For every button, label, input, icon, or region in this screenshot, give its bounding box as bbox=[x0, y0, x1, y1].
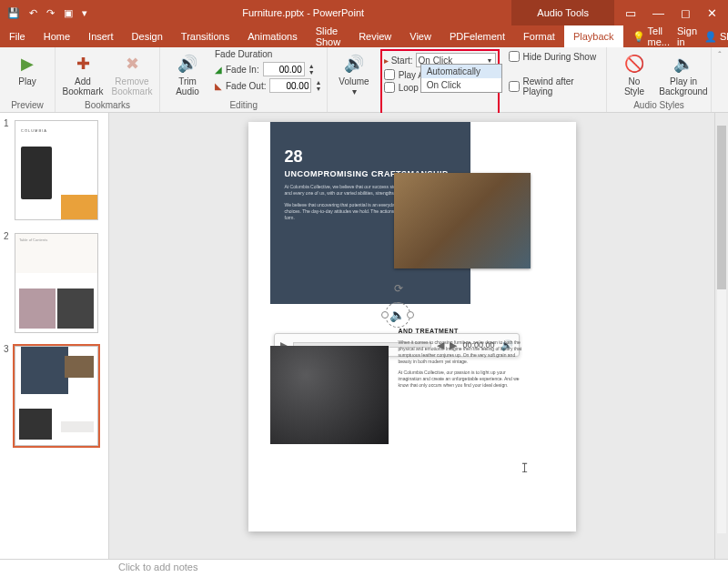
hide-label: Hide During Show bbox=[523, 52, 597, 62]
craftsmanship-image bbox=[394, 173, 531, 268]
bookmark-add-icon: ✚ bbox=[72, 53, 94, 75]
tell-me[interactable]: 💡 Tell me... bbox=[632, 25, 670, 47]
hide-during-show-checkbox[interactable] bbox=[509, 51, 520, 62]
right-para-1: When it comes to choosing furniture, we'… bbox=[399, 339, 526, 365]
thumb1-brand: COLUMBIA bbox=[21, 128, 47, 133]
dropdown-item-automatically[interactable]: Automatically bbox=[421, 65, 501, 78]
tab-view[interactable]: View bbox=[400, 25, 440, 47]
tab-format[interactable]: Format bbox=[514, 25, 564, 47]
group-preview-label: Preview bbox=[5, 100, 49, 112]
fade-in-icon: ◢ bbox=[215, 65, 222, 75]
chevron-down-icon: ▼ bbox=[487, 57, 493, 64]
window-title: Furniture.pptx - PowerPoint bbox=[95, 7, 511, 18]
share-label: Share bbox=[720, 31, 728, 42]
tab-design[interactable]: Design bbox=[123, 25, 172, 47]
group-audio-styles-label: Audio Styles bbox=[612, 100, 705, 112]
tab-transitions[interactable]: Transitions bbox=[172, 25, 238, 47]
work-area: 1 COLUMBIA 2 Table of Contents 3 28 UNCO… bbox=[0, 113, 728, 559]
spinner-icon[interactable]: ▲▼ bbox=[308, 63, 315, 76]
trim-audio-button[interactable]: 🔊 Trim Audio bbox=[166, 49, 209, 96]
speaker-bg-icon: 🔈 bbox=[672, 53, 694, 75]
play-bg-label: Play in Background bbox=[659, 76, 707, 96]
slide-page: 28 UNCOMPROMISING CRAFTSMANSHIP At Colum… bbox=[248, 122, 576, 531]
thumb-number: 1 bbox=[4, 118, 9, 128]
loop-label: Loop bbox=[399, 83, 419, 93]
undo-icon[interactable]: ↶ bbox=[29, 7, 37, 19]
no-style-label: No Style bbox=[624, 76, 644, 96]
tab-slideshow[interactable]: Slide Show bbox=[307, 25, 350, 47]
speaker-icon: 🔈 bbox=[385, 302, 410, 328]
play-across-checkbox[interactable] bbox=[384, 69, 395, 80]
right-title: AND TREATMENT bbox=[399, 328, 526, 334]
group-bookmarks-label: Bookmarks bbox=[61, 100, 154, 112]
tab-file[interactable]: File bbox=[0, 25, 35, 47]
slide-thumbnail-panel[interactable]: 1 COLUMBIA 2 Table of Contents 3 bbox=[0, 113, 109, 559]
collapse-ribbon-icon[interactable]: ˆ bbox=[718, 51, 721, 61]
maximize-icon[interactable]: ◻ bbox=[681, 6, 691, 20]
thumb-number: 2 bbox=[4, 231, 9, 241]
tab-home[interactable]: Home bbox=[35, 25, 79, 47]
contextual-tab-label: Audio Tools bbox=[511, 0, 614, 25]
thumb-1[interactable]: 1 COLUMBIA bbox=[5, 120, 103, 220]
no-style-icon: 🚫 bbox=[623, 53, 645, 75]
minimize-icon[interactable]: ― bbox=[652, 6, 664, 20]
text-cursor-icon: ꕯ bbox=[521, 461, 528, 476]
bookmark-remove-icon: ✖ bbox=[121, 53, 143, 75]
title-bar: 💾 ↶ ↷ ▣ ▾ Furniture.pptx - PowerPoint Au… bbox=[0, 0, 728, 25]
notes-pane[interactable]: Click to add notes bbox=[0, 559, 728, 577]
tab-insert[interactable]: Insert bbox=[79, 25, 123, 47]
no-style-button[interactable]: 🚫 No Style bbox=[612, 49, 656, 96]
tab-strip: File Home Insert Design Transitions Anim… bbox=[0, 25, 728, 47]
volume-icon: 🔊 bbox=[343, 53, 365, 75]
fade-out-label: Fade Out: bbox=[226, 81, 266, 91]
close-icon[interactable]: ✕ bbox=[707, 6, 717, 20]
tab-playback[interactable]: Playback bbox=[564, 25, 623, 47]
add-bookmark-button[interactable]: ✚ Add Bookmark bbox=[61, 49, 105, 96]
leather-image bbox=[270, 346, 389, 444]
trim-icon: 🔊 bbox=[177, 53, 198, 75]
redo-icon[interactable]: ↷ bbox=[46, 7, 55, 19]
fade-duration-label: Fade Duration bbox=[215, 49, 321, 59]
start-play-icon: ▸ bbox=[384, 56, 389, 66]
spinner-icon[interactable]: ▲▼ bbox=[315, 79, 321, 92]
ribbon-display-icon[interactable]: ▭ bbox=[625, 6, 636, 20]
share-button[interactable]: 👤 Share bbox=[704, 31, 728, 43]
play-in-background-button[interactable]: 🔈 Play in Background bbox=[662, 49, 705, 96]
audio-object[interactable]: 🔈 bbox=[385, 302, 410, 328]
trim-label: Trim Audio bbox=[176, 76, 199, 96]
add-bookmark-label: Add Bookmark bbox=[62, 76, 103, 96]
tell-me-label: Tell me... bbox=[648, 25, 670, 47]
loop-checkbox[interactable] bbox=[384, 82, 395, 93]
fade-out-icon: ◣ bbox=[215, 81, 222, 91]
play-button[interactable]: ▶ Play bbox=[5, 49, 49, 86]
rewind-label: Rewind after Playing bbox=[523, 76, 601, 96]
slide-canvas[interactable]: 28 UNCOMPROMISING CRAFTSMANSHIP At Colum… bbox=[109, 113, 714, 559]
start-from-beginning-icon[interactable]: ▣ bbox=[64, 7, 73, 19]
thumb2-toc: Table of Contents bbox=[15, 234, 97, 273]
thumb-2[interactable]: 2 Table of Contents bbox=[5, 233, 103, 333]
qat-more-icon[interactable]: ▾ bbox=[82, 7, 87, 19]
rewind-checkbox[interactable] bbox=[509, 81, 520, 92]
fade-in-input[interactable] bbox=[263, 62, 305, 76]
tab-review[interactable]: Review bbox=[349, 25, 400, 47]
save-icon[interactable]: 💾 bbox=[7, 7, 20, 19]
fade-out-input[interactable] bbox=[269, 78, 311, 93]
group-editing-label: Editing bbox=[166, 100, 321, 112]
vertical-scrollbar[interactable] bbox=[714, 113, 728, 559]
tab-pdfelement[interactable]: PDFelement bbox=[440, 25, 514, 47]
volume-label: Volume▾ bbox=[339, 76, 369, 96]
rotate-handle-icon[interactable]: ⟳ bbox=[394, 282, 403, 295]
start-label: Start: bbox=[391, 56, 413, 66]
start-dropdown: Automatically On Click bbox=[420, 64, 502, 93]
remove-bookmark-button: ✖ Remove Bookmark bbox=[110, 49, 154, 96]
right-para-2: At Columbia Collective, our passion is t… bbox=[399, 369, 526, 389]
dropdown-item-on-click[interactable]: On Click bbox=[421, 78, 501, 92]
volume-button[interactable]: 🔊 Volume▾ bbox=[333, 49, 374, 96]
thumb-number: 3 bbox=[4, 344, 9, 354]
play-label: Play bbox=[18, 76, 35, 86]
thumb-3[interactable]: 3 bbox=[5, 346, 103, 446]
play-icon: ▶ bbox=[16, 53, 38, 75]
sign-in[interactable]: Sign in bbox=[677, 25, 697, 47]
remove-bookmark-label: Remove Bookmark bbox=[111, 76, 152, 96]
tab-animations[interactable]: Animations bbox=[238, 25, 306, 47]
